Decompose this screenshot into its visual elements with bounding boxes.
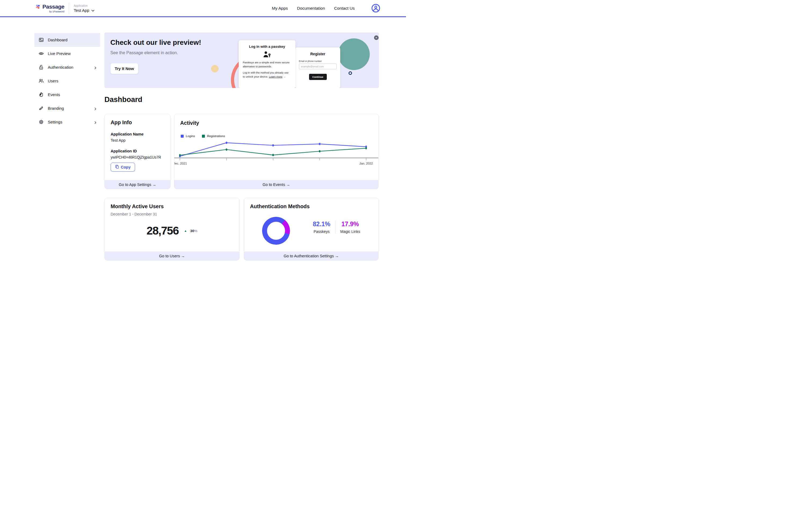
application-id-label: Application ID xyxy=(111,149,164,153)
magic-links-stat: 17.9% Magic Links xyxy=(335,221,365,234)
svg-text:Jan. 2022: Jan. 2022 xyxy=(359,162,373,165)
sidebar-item-label: Dashboard xyxy=(48,37,68,42)
copy-icon xyxy=(115,165,119,169)
users-icon xyxy=(39,78,44,84)
passkey-preview-card: Log in with a passkey Passkeys are a sim… xyxy=(239,40,295,88)
sidebar-item-label: Events xyxy=(48,92,60,97)
teal-circle-decoration xyxy=(338,39,370,70)
tan-circle-decoration xyxy=(211,65,219,73)
stopwatch-icon xyxy=(39,92,44,97)
app-info-title: App Info xyxy=(111,119,164,125)
brand-byline: by 1Password xyxy=(49,10,64,13)
sidebar-item-label: Live Preview xyxy=(48,51,71,56)
mau-date-range: December 1 - December 31 xyxy=(111,212,233,216)
passkey-card-body-1: Passkeys are a simple and more secure al… xyxy=(243,61,289,68)
go-to-app-settings-link[interactable]: Go to App Settings → xyxy=(105,180,170,189)
passkeys-label: Passkeys xyxy=(313,229,330,234)
sidebar-item-users[interactable]: Users xyxy=(34,74,100,88)
go-to-events-link[interactable]: Go to Events → xyxy=(174,180,378,189)
activity-line-chart: Dec. 2021Jan. 2022 xyxy=(174,114,379,169)
mau-value-row: 28,756 ▲ 30% xyxy=(105,224,239,237)
sidebar-item-live-preview[interactable]: Live Preview xyxy=(34,47,100,60)
sidebar-item-label: Authentication xyxy=(48,65,73,70)
sidebar-item-events[interactable]: Events xyxy=(34,88,100,102)
app-info-card: App Info Application Name Test App Appli… xyxy=(104,114,171,189)
copy-button[interactable]: Copy xyxy=(111,163,135,172)
mau-delta: 30% xyxy=(190,229,197,233)
banner-title: Check out our live preview! xyxy=(110,39,201,47)
application-switcher[interactable]: Application Test App xyxy=(74,4,95,13)
svg-text:Dec. 2021: Dec. 2021 xyxy=(174,162,187,165)
passage-console-page: Passage by 1Password Application Test Ap… xyxy=(0,0,406,264)
arrow-right-icon: → xyxy=(283,75,286,78)
person-key-icon xyxy=(263,51,272,58)
register-preview-card: Register Email or phone number Continue xyxy=(295,47,340,88)
header-divider xyxy=(69,3,69,14)
register-card-title: Register xyxy=(299,52,337,56)
application-id-value: ywIPCH0×46R1QjZIgpa1Us7R xyxy=(111,155,164,160)
sidebar-item-authentication[interactable]: Authentication xyxy=(34,60,100,74)
auth-methods-donut-chart xyxy=(262,217,290,245)
top-nav: My Apps Documentation Contact Us xyxy=(272,4,380,13)
banner-subtitle: See the Passage element in action. xyxy=(110,50,178,55)
chevron-right-icon xyxy=(94,66,97,69)
try-it-now-button[interactable]: Try It Now xyxy=(110,63,138,74)
live-preview-banner: Check out our live preview! See the Pass… xyxy=(104,32,379,88)
application-switcher-value: Test App xyxy=(74,8,89,13)
application-name-value: Test App xyxy=(111,138,164,142)
go-to-users-link[interactable]: Go to Users → xyxy=(105,252,239,260)
dashboard-icon xyxy=(39,37,44,43)
email-field-label: Email or phone number xyxy=(299,60,337,62)
sidebar-item-settings[interactable]: Settings xyxy=(34,115,100,129)
navy-ring-decoration xyxy=(349,71,352,75)
passage-logo[interactable]: Passage by 1Password xyxy=(35,4,64,13)
gear-icon xyxy=(39,119,44,125)
brand-name: Passage xyxy=(42,4,64,10)
go-to-authentication-settings-link[interactable]: Go to Authentication Settings → xyxy=(244,252,378,260)
magic-links-label: Magic Links xyxy=(340,229,360,234)
nav-contact-us[interactable]: Contact Us xyxy=(334,6,355,11)
passkeys-stat: 82.1% Passkeys xyxy=(308,221,335,234)
application-name-label: Application Name xyxy=(111,132,164,136)
magic-links-percentage: 17.9% xyxy=(340,221,360,228)
user-avatar-icon[interactable] xyxy=(371,4,380,13)
email-field[interactable] xyxy=(299,64,337,69)
top-bar: Passage by 1Password Application Test Ap… xyxy=(0,0,406,17)
activity-card: Activity Logins Registrations Dec. 2021J… xyxy=(174,114,379,189)
page-title: Dashboard xyxy=(104,95,142,104)
lock-icon xyxy=(39,64,44,70)
nav-documentation[interactable]: Documentation xyxy=(297,6,325,11)
eye-icon xyxy=(39,51,44,56)
passage-flower-icon xyxy=(35,4,41,11)
monthly-active-users-card: Monthly Active Users December 1 - Decemb… xyxy=(104,198,240,260)
learn-more-link[interactable]: Learn more xyxy=(269,75,282,78)
auth-methods-title: Authentication Methods xyxy=(250,204,373,210)
sidebar-item-branding[interactable]: Branding xyxy=(34,102,100,115)
close-icon[interactable]: ✕ xyxy=(374,35,379,40)
sidebar-item-label: Branding xyxy=(48,106,64,110)
passkey-card-title: Log in with a passkey xyxy=(243,45,291,48)
increase-triangle-icon: ▲ xyxy=(184,229,187,232)
chevron-right-icon xyxy=(94,107,97,110)
passkeys-percentage: 82.1% xyxy=(313,221,330,228)
mau-value: 28,756 xyxy=(147,224,178,237)
authentication-methods-card: Authentication Methods 82.1% Passkeys 17… xyxy=(244,198,379,260)
copy-button-label: Copy xyxy=(121,165,130,169)
mau-title: Monthly Active Users xyxy=(111,204,233,210)
paintbrush-icon xyxy=(39,105,44,111)
auth-methods-stats: 82.1% Passkeys 17.9% Magic Links xyxy=(308,221,365,234)
sidebar-item-label: Settings xyxy=(48,120,62,124)
sidebar-item-label: Users xyxy=(48,79,58,83)
sidebar: Dashboard Live Preview Authentication xyxy=(34,33,100,129)
chevron-down-icon xyxy=(91,8,95,13)
chevron-right-icon xyxy=(94,120,97,124)
application-switcher-label: Application xyxy=(74,4,95,7)
sidebar-item-dashboard[interactable]: Dashboard xyxy=(34,33,100,47)
nav-my-apps[interactable]: My Apps xyxy=(272,6,288,11)
continue-button[interactable]: Continue xyxy=(309,74,327,80)
